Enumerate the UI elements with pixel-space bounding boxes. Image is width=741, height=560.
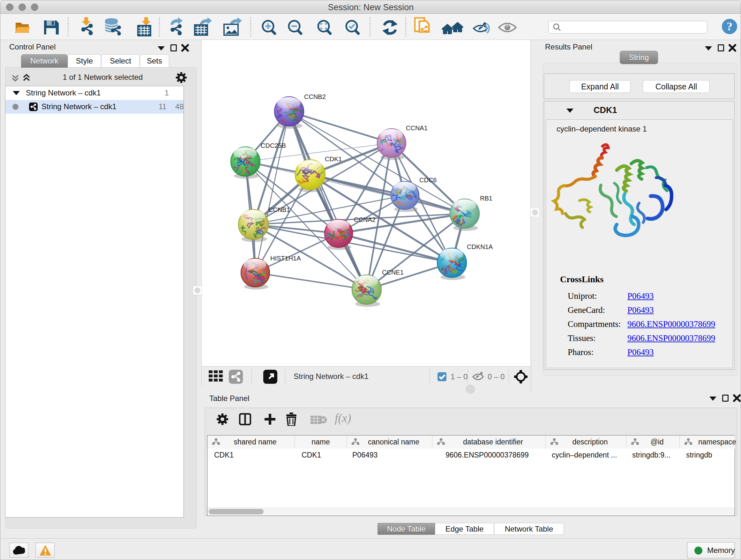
svg-text:CCNA2: CCNA2 — [354, 216, 376, 223]
svg-text:CCNA1: CCNA1 — [406, 125, 428, 132]
svg-text:CCNB2: CCNB2 — [304, 93, 326, 100]
svg-text:CCNB1: CCNB1 — [268, 206, 290, 213]
svg-text:CDK1: CDK1 — [325, 155, 342, 163]
svg-text:CDKN1A: CDKN1A — [467, 243, 493, 250]
svg-text:CCNE1: CCNE1 — [382, 269, 404, 276]
svg-text:?: ? — [727, 20, 732, 33]
svg-text:RB1: RB1 — [480, 195, 492, 202]
svg-text:HIST1H1A: HIST1H1A — [270, 255, 301, 262]
svg-text:CDC6: CDC6 — [419, 177, 436, 184]
svg-text:CDC25B: CDC25B — [261, 142, 286, 149]
